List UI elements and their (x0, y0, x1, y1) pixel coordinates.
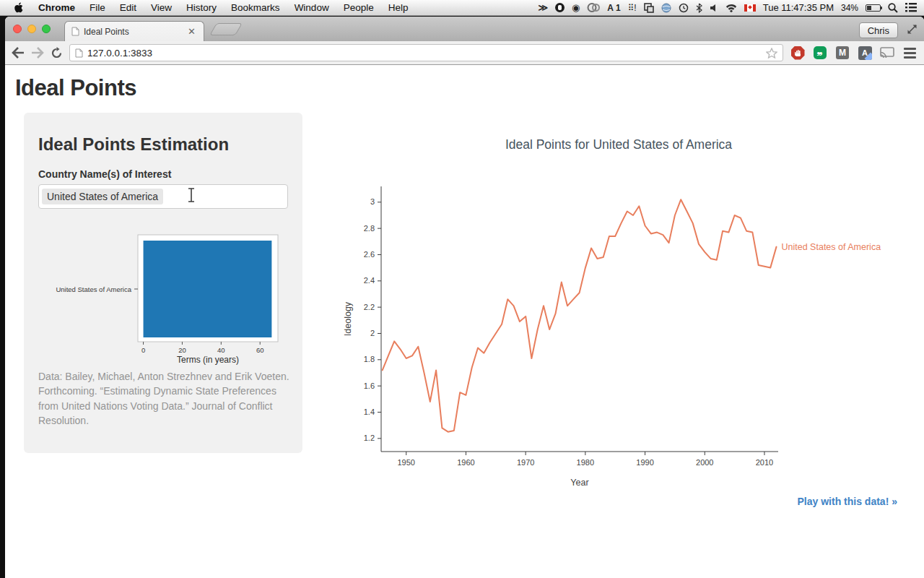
country-input-label: Country Name(s) of Interest (38, 168, 171, 180)
apple-menu[interactable] (7, 2, 31, 13)
time-machine-icon[interactable] (679, 1, 689, 14)
svg-text:2000: 2000 (696, 458, 713, 467)
svg-text:0: 0 (141, 346, 145, 354)
svg-text:1990: 1990 (636, 458, 653, 467)
svg-text:20: 20 (178, 346, 186, 354)
ideal-points-line-chart: 1.21.41.61.822.22.42.62.8319501960197019… (318, 166, 915, 499)
new-tab-button[interactable] (209, 23, 243, 35)
menu-help[interactable]: Help (381, 2, 416, 13)
dark-badge-icon[interactable] (555, 1, 565, 14)
selected-country-chip[interactable]: United States of America (42, 189, 163, 204)
page-title: Ideal Points (15, 75, 136, 101)
chart-title: Ideal Points for United States of Americ… (323, 137, 915, 152)
menubar-clock[interactable]: Tue 11:47:35 PM (763, 2, 834, 13)
svg-text:1.2: 1.2 (364, 434, 375, 442)
hangouts-extension-icon[interactable]: ❠ (812, 45, 828, 61)
chrome-menu-button[interactable] (902, 45, 918, 61)
svg-text:2.4: 2.4 (364, 276, 375, 285)
svg-text:40: 40 (217, 346, 225, 354)
apple-icon (14, 2, 24, 13)
terms-bar-chart: United States of America0204060Terms (in… (24, 214, 302, 369)
mouse-ibeam-cursor (186, 187, 196, 203)
translate-extension-icon[interactable]: A (857, 45, 873, 61)
zoom-window-button[interactable] (42, 25, 51, 33)
reload-button[interactable] (51, 47, 63, 59)
back-button[interactable] (12, 47, 25, 59)
series-label: United States of America (782, 242, 881, 252)
bluetooth-icon[interactable] (696, 1, 702, 14)
windows-switcher-icon[interactable] (644, 1, 654, 14)
svg-text:1960: 1960 (457, 458, 474, 467)
globe-icon[interactable] (661, 1, 671, 14)
svg-text:1.8: 1.8 (364, 355, 375, 363)
menu-edit[interactable]: Edit (113, 2, 144, 13)
svg-text:1950: 1950 (397, 458, 414, 467)
svg-text:2.6: 2.6 (364, 250, 375, 259)
menu-view[interactable]: View (144, 2, 179, 13)
creative-cloud-icon[interactable] (587, 1, 600, 14)
keyboard-input-icon[interactable]: ⠿! (628, 1, 637, 14)
url-text[interactable]: 127.0.0.1:3833 (87, 48, 762, 59)
page-favicon-icon (71, 27, 79, 36)
chromecast-icon[interactable] (879, 45, 895, 61)
notification-center-icon[interactable] (905, 1, 917, 14)
svg-text:3: 3 (370, 197, 375, 206)
svg-text:2: 2 (370, 329, 375, 337)
bookmark-star-icon[interactable] (766, 48, 777, 59)
menu-window[interactable]: Window (287, 2, 336, 13)
address-bar[interactable]: 127.0.0.1:3833 (69, 44, 783, 61)
wifi-icon[interactable] (725, 1, 737, 14)
sidebar-heading: Ideal Points Estimation (38, 134, 229, 155)
menu-file[interactable]: File (82, 2, 113, 13)
tab-close-icon[interactable]: ✕ (186, 25, 197, 38)
spotlight-search-icon[interactable] (888, 1, 898, 14)
minimize-window-button[interactable] (27, 25, 36, 33)
forward-arrows-icon[interactable]: ≫ (538, 1, 548, 14)
menu-app-name[interactable]: Chrome (31, 2, 82, 13)
volume-icon[interactable] (710, 1, 718, 14)
browser-tab-ideal-points[interactable]: Ideal Points ✕ (64, 21, 204, 41)
profile-button[interactable]: Chris (859, 22, 898, 38)
svg-text:1.4: 1.4 (364, 407, 375, 416)
svg-text:60: 60 (256, 346, 264, 354)
svg-text:2010: 2010 (756, 458, 773, 467)
gmail-extension-icon[interactable]: M (834, 45, 850, 61)
page-icon (75, 48, 83, 58)
svg-text:United States of America: United States of America (56, 285, 131, 293)
battery-percent: 34% (841, 3, 858, 13)
tab-strip: Ideal Points ✕ Chris (5, 17, 924, 41)
fullscreen-icon[interactable] (907, 24, 918, 38)
svg-text:1970: 1970 (517, 458, 534, 467)
svg-text:2.2: 2.2 (364, 303, 375, 311)
svg-text:Ideology: Ideology (343, 301, 353, 336)
sidebar-panel: Ideal Points Estimation Country Name(s) … (24, 113, 302, 453)
a1-app-icon[interactable]: A 1 (607, 1, 620, 14)
country-input[interactable]: United States of America (38, 184, 288, 209)
battery-icon[interactable] (866, 4, 881, 12)
browser-window: Ideal Points ✕ Chris 127.0.0.1:3833 ❠ M … (5, 17, 924, 578)
adblock-extension-icon[interactable] (790, 45, 806, 61)
svg-text:Year: Year (570, 478, 588, 488)
tab-title: Ideal Points (84, 27, 186, 37)
menu-people[interactable]: People (336, 2, 381, 13)
menu-history[interactable]: History (179, 2, 224, 13)
play-with-data-link[interactable]: Play with this data! » (798, 496, 897, 507)
forward-button[interactable] (31, 47, 44, 59)
svg-text:1.6: 1.6 (364, 381, 375, 390)
svg-text:Terms (in years): Terms (in years) (177, 355, 239, 365)
close-window-button[interactable] (13, 25, 22, 33)
menu-bookmarks[interactable]: Bookmarks (224, 2, 287, 13)
browser-toolbar: 127.0.0.1:3833 ❠ M A (5, 41, 924, 65)
page-content: Ideal Points Ideal Points Estimation Cou… (5, 65, 924, 578)
record-icon[interactable]: ◉ (572, 1, 580, 14)
data-citation: Data: Bailey, Michael, Anton Strezhnev a… (38, 369, 292, 428)
svg-text:1980: 1980 (577, 458, 594, 467)
svg-text:2.8: 2.8 (364, 224, 375, 233)
canada-flag-icon[interactable] (744, 4, 756, 12)
macos-menubar: Chrome FileEditViewHistoryBookmarksWindo… (0, 0, 924, 16)
